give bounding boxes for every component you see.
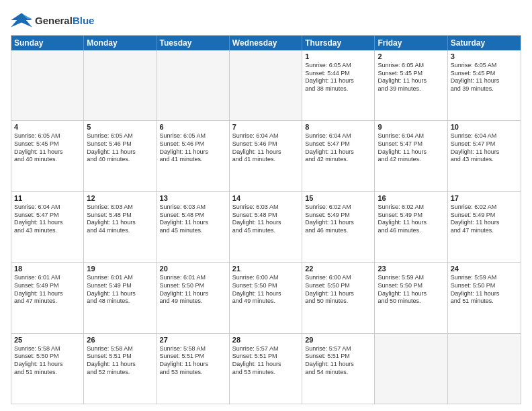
header-day-tuesday: Tuesday <box>157 36 230 50</box>
day-number: 20 <box>160 265 226 273</box>
day-info: Sunrise: 5:58 AM Sunset: 5:51 PM Dayligh… <box>160 345 226 377</box>
day-number: 12 <box>87 194 153 202</box>
day-number: 23 <box>378 265 444 273</box>
day-number: 3 <box>451 52 518 60</box>
calendar-cell: 27Sunrise: 5:58 AM Sunset: 5:51 PM Dayli… <box>157 334 230 404</box>
day-info: Sunrise: 6:00 AM Sunset: 5:50 PM Dayligh… <box>305 274 371 306</box>
calendar-cell: 1Sunrise: 6:05 AM Sunset: 5:44 PM Daylig… <box>302 50 375 120</box>
day-number: 5 <box>87 123 153 131</box>
day-info: Sunrise: 6:02 AM Sunset: 5:49 PM Dayligh… <box>451 203 518 235</box>
calendar-cell <box>448 334 521 404</box>
calendar-cell: 2Sunrise: 6:05 AM Sunset: 5:45 PM Daylig… <box>375 50 447 120</box>
calendar-week-2: 4Sunrise: 6:05 AM Sunset: 5:45 PM Daylig… <box>11 121 521 191</box>
day-number: 26 <box>87 336 153 344</box>
calendar-cell: 29Sunrise: 5:57 AM Sunset: 5:51 PM Dayli… <box>302 334 375 404</box>
calendar-cell: 24Sunrise: 5:59 AM Sunset: 5:50 PM Dayli… <box>448 263 521 332</box>
day-number: 7 <box>232 123 299 131</box>
header: GeneralBlue <box>11 11 521 30</box>
calendar-cell: 9Sunrise: 6:04 AM Sunset: 5:47 PM Daylig… <box>375 121 447 191</box>
calendar-week-5: 25Sunrise: 5:58 AM Sunset: 5:50 PM Dayli… <box>11 334 521 404</box>
day-info: Sunrise: 6:02 AM Sunset: 5:49 PM Dayligh… <box>378 203 444 235</box>
day-number: 11 <box>14 194 81 202</box>
calendar-cell: 17Sunrise: 6:02 AM Sunset: 5:49 PM Dayli… <box>448 192 521 262</box>
calendar-cell: 7Sunrise: 6:04 AM Sunset: 5:46 PM Daylig… <box>230 121 302 191</box>
calendar-cell: 20Sunrise: 6:01 AM Sunset: 5:50 PM Dayli… <box>157 263 230 332</box>
calendar-cell: 12Sunrise: 6:03 AM Sunset: 5:48 PM Dayli… <box>84 192 157 262</box>
calendar-cell: 23Sunrise: 5:59 AM Sunset: 5:50 PM Dayli… <box>375 263 447 332</box>
day-info: Sunrise: 6:04 AM Sunset: 5:47 PM Dayligh… <box>14 203 81 235</box>
day-info: Sunrise: 5:57 AM Sunset: 5:51 PM Dayligh… <box>305 345 371 377</box>
calendar-cell: 10Sunrise: 6:04 AM Sunset: 5:47 PM Dayli… <box>448 121 521 191</box>
day-number: 22 <box>305 265 371 273</box>
header-day-thursday: Thursday <box>302 36 375 50</box>
day-number: 29 <box>305 336 371 344</box>
calendar-cell: 11Sunrise: 6:04 AM Sunset: 5:47 PM Dayli… <box>11 192 84 262</box>
day-number: 13 <box>160 194 226 202</box>
calendar-cell: 18Sunrise: 6:01 AM Sunset: 5:49 PM Dayli… <box>11 263 84 332</box>
day-info: Sunrise: 6:00 AM Sunset: 5:50 PM Dayligh… <box>232 274 299 306</box>
day-number: 9 <box>378 123 444 131</box>
day-number: 6 <box>160 123 226 131</box>
day-number: 15 <box>305 194 371 202</box>
day-number: 17 <box>451 194 518 202</box>
calendar-cell: 5Sunrise: 6:05 AM Sunset: 5:46 PM Daylig… <box>84 121 157 191</box>
day-info: Sunrise: 6:05 AM Sunset: 5:45 PM Dayligh… <box>451 62 518 93</box>
day-number: 10 <box>451 123 518 131</box>
day-info: Sunrise: 6:01 AM Sunset: 5:50 PM Dayligh… <box>160 274 226 306</box>
day-info: Sunrise: 6:05 AM Sunset: 5:46 PM Dayligh… <box>160 132 226 164</box>
header-day-sunday: Sunday <box>11 36 84 50</box>
calendar-cell: 26Sunrise: 5:58 AM Sunset: 5:51 PM Dayli… <box>84 334 157 404</box>
calendar-cell: 16Sunrise: 6:02 AM Sunset: 5:49 PM Dayli… <box>375 192 447 262</box>
day-info: Sunrise: 6:03 AM Sunset: 5:48 PM Dayligh… <box>232 203 299 235</box>
calendar-cell: 21Sunrise: 6:00 AM Sunset: 5:50 PM Dayli… <box>230 263 302 332</box>
day-info: Sunrise: 5:59 AM Sunset: 5:50 PM Dayligh… <box>378 274 444 306</box>
header-day-monday: Monday <box>84 36 157 50</box>
calendar-cell: 14Sunrise: 6:03 AM Sunset: 5:48 PM Dayli… <box>230 192 302 262</box>
day-info: Sunrise: 5:57 AM Sunset: 5:51 PM Dayligh… <box>232 345 299 377</box>
calendar-cell <box>157 50 230 120</box>
day-number: 8 <box>305 123 371 131</box>
day-number: 2 <box>378 52 444 60</box>
day-info: Sunrise: 6:01 AM Sunset: 5:49 PM Dayligh… <box>87 274 153 306</box>
day-number: 4 <box>14 123 81 131</box>
day-info: Sunrise: 6:05 AM Sunset: 5:46 PM Dayligh… <box>87 132 153 164</box>
calendar-cell <box>84 50 157 120</box>
day-number: 27 <box>160 336 226 344</box>
day-info: Sunrise: 6:03 AM Sunset: 5:48 PM Dayligh… <box>87 203 153 235</box>
day-number: 1 <box>305 52 371 60</box>
calendar-cell: 25Sunrise: 5:58 AM Sunset: 5:50 PM Dayli… <box>11 334 84 404</box>
day-number: 21 <box>232 265 299 273</box>
day-info: Sunrise: 6:04 AM Sunset: 5:47 PM Dayligh… <box>305 132 371 164</box>
day-info: Sunrise: 6:04 AM Sunset: 5:47 PM Dayligh… <box>378 132 444 164</box>
header-day-saturday: Saturday <box>448 36 521 50</box>
day-info: Sunrise: 6:04 AM Sunset: 5:47 PM Dayligh… <box>451 132 518 164</box>
calendar-body: 1Sunrise: 6:05 AM Sunset: 5:44 PM Daylig… <box>11 50 521 404</box>
header-day-friday: Friday <box>375 36 447 50</box>
day-info: Sunrise: 6:05 AM Sunset: 5:45 PM Dayligh… <box>378 62 444 93</box>
calendar-cell: 13Sunrise: 6:03 AM Sunset: 5:48 PM Dayli… <box>157 192 230 262</box>
calendar-cell: 15Sunrise: 6:02 AM Sunset: 5:49 PM Dayli… <box>302 192 375 262</box>
calendar-header: SundayMondayTuesdayWednesdayThursdayFrid… <box>11 36 521 50</box>
calendar-cell: 8Sunrise: 6:04 AM Sunset: 5:47 PM Daylig… <box>302 121 375 191</box>
calendar-week-1: 1Sunrise: 6:05 AM Sunset: 5:44 PM Daylig… <box>11 50 521 121</box>
calendar-week-4: 18Sunrise: 6:01 AM Sunset: 5:49 PM Dayli… <box>11 263 521 333</box>
logo-text: GeneralBlue <box>35 15 94 26</box>
calendar-cell <box>230 50 302 120</box>
day-info: Sunrise: 6:01 AM Sunset: 5:49 PM Dayligh… <box>14 274 81 306</box>
day-number: 14 <box>232 194 299 202</box>
calendar-cell: 3Sunrise: 6:05 AM Sunset: 5:45 PM Daylig… <box>448 50 521 120</box>
day-info: Sunrise: 6:02 AM Sunset: 5:49 PM Dayligh… <box>305 203 371 235</box>
calendar-cell: 19Sunrise: 6:01 AM Sunset: 5:49 PM Dayli… <box>84 263 157 332</box>
day-number: 16 <box>378 194 444 202</box>
logo-icon <box>11 11 32 30</box>
day-info: Sunrise: 5:58 AM Sunset: 5:51 PM Dayligh… <box>87 345 153 377</box>
calendar-cell <box>11 50 84 120</box>
calendar-cell: 6Sunrise: 6:05 AM Sunset: 5:46 PM Daylig… <box>157 121 230 191</box>
day-number: 24 <box>451 265 518 273</box>
page: GeneralBlue SundayMondayTuesdayWednesday… <box>0 0 532 411</box>
day-number: 18 <box>14 265 81 273</box>
logo: GeneralBlue <box>11 11 94 30</box>
day-info: Sunrise: 5:59 AM Sunset: 5:50 PM Dayligh… <box>451 274 518 306</box>
day-info: Sunrise: 6:04 AM Sunset: 5:46 PM Dayligh… <box>232 132 299 164</box>
svg-marker-0 <box>11 13 32 28</box>
